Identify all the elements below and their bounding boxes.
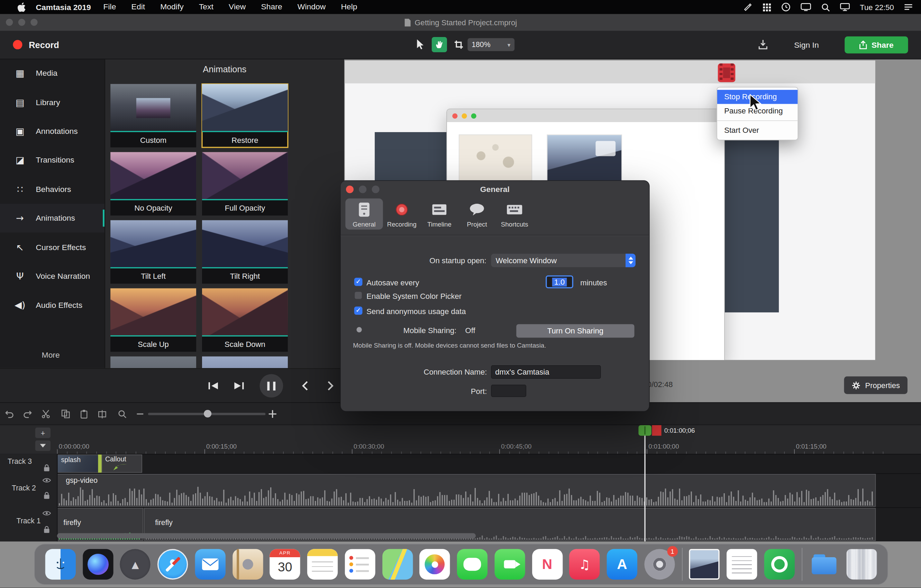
properties-button[interactable]: Properties [844, 376, 908, 394]
sidebar-item[interactable]: ◪ Transitions [0, 146, 104, 175]
dock-notes-icon[interactable] [307, 549, 338, 579]
tab-project[interactable]: Project [458, 198, 496, 230]
select-tool-button[interactable] [412, 37, 428, 52]
sidebar-item[interactable]: ▤ Library [0, 88, 104, 117]
clip-gsp-video[interactable]: gsp-video [57, 474, 876, 507]
minimize-window-button[interactable] [18, 19, 25, 26]
clip-splash[interactable]: splash [57, 455, 99, 473]
app-menu-title[interactable]: Camtasia 2019 [36, 3, 91, 11]
export-download-button[interactable] [755, 38, 771, 51]
dock-contacts-icon[interactable] [232, 549, 263, 579]
timeline-zoom-slider[interactable] [148, 413, 266, 415]
menu-item[interactable]: Text [191, 0, 221, 14]
monitor-icon[interactable] [840, 3, 850, 11]
animation-card[interactable]: Tilt Right [202, 220, 288, 284]
color-picker-checkbox[interactable] [354, 291, 363, 299]
dock-news-icon[interactable] [532, 549, 562, 579]
tab-recording[interactable]: Recording [383, 198, 421, 230]
zoom-slider-handle[interactable] [204, 410, 212, 417]
autosave-minutes-field[interactable]: 1.0 [546, 275, 573, 288]
step-forward-button[interactable] [324, 369, 337, 403]
timeline-horizontal-scrollbar[interactable] [57, 533, 476, 539]
pause-button[interactable] [259, 369, 283, 403]
sign-in-button[interactable]: Sign In [794, 31, 818, 58]
dialog-zoom-button[interactable] [372, 185, 379, 193]
cut-button[interactable] [41, 409, 50, 419]
dock-launchpad-icon[interactable] [120, 549, 150, 579]
menu-item[interactable]: Window [290, 0, 334, 14]
menu-item[interactable]: Share [253, 0, 290, 14]
tab-timeline[interactable]: Timeline [421, 198, 459, 230]
tab-general[interactable]: General [345, 198, 383, 230]
sidebar-item[interactable]: ▣ Annotations [0, 117, 104, 146]
lock-icon[interactable] [44, 492, 50, 499]
dock-music-icon[interactable] [569, 549, 600, 579]
usage-data-checkbox[interactable] [354, 307, 363, 315]
lock-icon[interactable] [44, 464, 50, 471]
animation-card[interactable]: Custom [111, 84, 196, 147]
animation-card[interactable]: Full Opacity [202, 152, 288, 216]
dock-downloads-folder-icon[interactable] [809, 549, 840, 579]
turn-on-sharing-button[interactable]: Turn On Sharing [516, 324, 634, 338]
ruler-scale[interactable]: 0:00:00;000:00:15;000:00:30;000:00:45;00… [57, 425, 921, 455]
animation-card[interactable]: No Opacity [111, 152, 196, 216]
autosave-checkbox[interactable] [354, 278, 363, 286]
previous-frame-button[interactable] [205, 369, 221, 403]
menu-item[interactable]: File [96, 0, 124, 14]
dock-siri-icon[interactable] [83, 549, 113, 579]
dock-maps-icon[interactable] [382, 549, 412, 579]
add-track-button[interactable]: + [35, 427, 50, 438]
animation-card[interactable] [111, 357, 196, 369]
dock-reminders-icon[interactable] [345, 549, 375, 579]
zoom-window-button[interactable] [31, 19, 37, 26]
animation-card[interactable]: Scale Down [202, 289, 288, 352]
time-machine-icon[interactable] [781, 2, 791, 12]
animation-card[interactable] [202, 357, 288, 369]
collapse-tracks-button[interactable] [35, 440, 50, 451]
menu-item[interactable]: Edit [124, 0, 153, 14]
dock-mail-icon[interactable] [195, 549, 225, 579]
playhead-line[interactable] [644, 454, 645, 541]
connection-name-field[interactable]: dmx's Camtasia [491, 365, 600, 379]
dock-facetime-icon[interactable] [495, 549, 525, 579]
zoom-in-button[interactable] [268, 409, 277, 419]
eye-icon[interactable] [42, 510, 51, 516]
playhead-line[interactable] [644, 436, 645, 455]
display-icon[interactable] [801, 3, 811, 11]
redo-button[interactable] [23, 409, 33, 419]
dock-photos-icon[interactable] [420, 549, 450, 579]
apple-icon[interactable] [18, 2, 26, 12]
split-button[interactable] [98, 409, 107, 419]
pen-icon[interactable] [744, 3, 752, 11]
dialog-minimize-button[interactable] [359, 185, 366, 193]
dock-system-preferences-icon[interactable]: 1 [644, 549, 675, 579]
menu-item[interactable]: Help [333, 0, 364, 14]
dock-finder-icon[interactable] [45, 549, 75, 579]
dock-camtasia-icon[interactable] [764, 549, 794, 579]
clip-transition-marker[interactable] [98, 455, 102, 473]
dock-trash-icon[interactable] [846, 549, 877, 579]
port-field[interactable] [491, 385, 526, 397]
dock-messages-icon[interactable] [457, 549, 488, 579]
sidebar-item[interactable]: → Animations [0, 204, 104, 233]
record-button[interactable]: Record [13, 31, 59, 58]
sidebar-item[interactable]: ∷ Behaviors [0, 175, 104, 204]
recording-status-icon[interactable] [718, 63, 735, 82]
dialog-close-button[interactable] [346, 185, 353, 193]
menu-item-start-over[interactable]: Start Over [717, 123, 798, 138]
copy-button[interactable] [61, 409, 71, 419]
sidebar-item[interactable]: ↖ Cursor Effects [0, 233, 104, 262]
step-back-button[interactable] [298, 369, 311, 403]
startup-dropdown[interactable]: Welcome Window [491, 253, 636, 267]
crop-tool-button[interactable] [451, 37, 466, 52]
pan-tool-button[interactable] [432, 37, 447, 52]
paste-button[interactable] [79, 409, 89, 419]
close-window-button[interactable] [6, 19, 13, 26]
playhead-out-marker[interactable] [652, 425, 661, 436]
animation-card[interactable]: Tilt Left [111, 220, 196, 284]
menu-item[interactable]: View [221, 0, 253, 14]
timeline-ruler[interactable]: + 0:00:00;000:00:15;000:00:30;000:00:45;… [0, 424, 921, 455]
dock-safari-icon[interactable] [158, 549, 188, 579]
share-button[interactable]: Share [845, 36, 908, 53]
sidebar-item[interactable]: Ψ Voice Narration [0, 262, 104, 291]
